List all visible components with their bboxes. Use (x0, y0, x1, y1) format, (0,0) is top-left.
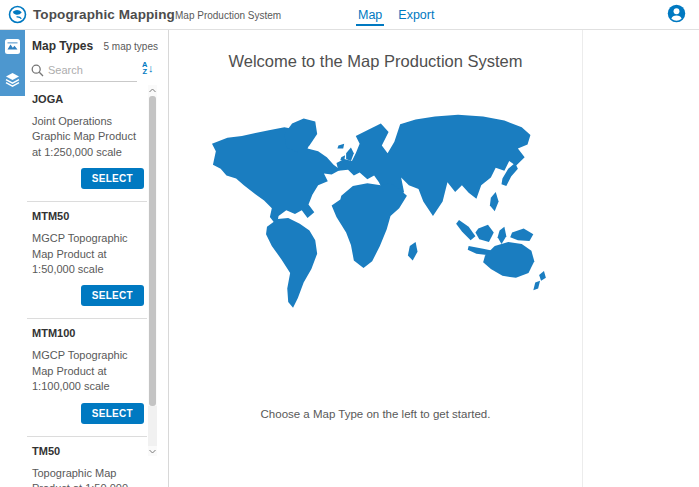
map-type-name: MTM100 (32, 327, 149, 339)
tab-map[interactable]: Map (358, 0, 382, 30)
select-button-joga[interactable]: SELECT (81, 168, 144, 189)
sort-az-button[interactable]: A Z ↓ (142, 58, 160, 78)
map-types-count: 5 map types (104, 41, 158, 52)
tab-export[interactable]: Export (398, 0, 434, 30)
map-types-sidebar: Map Types 5 map types A Z ↓ JOGA Joint O… (0, 30, 169, 487)
main-panel: Welcome to the Map Production System (169, 30, 583, 487)
scroll-down-icon[interactable] (148, 446, 157, 456)
map-production-app: Topographic Mapping Map Production Syste… (0, 0, 699, 487)
search-box (30, 60, 137, 82)
map-type-description: Joint Operations Graphic Map Product at … (32, 114, 144, 160)
sort-az-letters: A Z (142, 61, 147, 75)
search-icon (31, 64, 44, 77)
select-button-mtm100[interactable]: SELECT (81, 403, 144, 424)
list-scrollbar[interactable] (148, 85, 157, 456)
app-logo-globe-icon (8, 5, 27, 24)
map-type-description: MGCP Topographic Map Product at 1:100,00… (32, 348, 144, 394)
search-input[interactable] (48, 62, 134, 78)
map-type-name: MTM50 (32, 210, 149, 222)
scrollbar-thumb[interactable] (149, 96, 156, 406)
select-button-mtm50[interactable]: SELECT (81, 285, 144, 306)
map-types-tool-button[interactable] (0, 30, 25, 63)
app-title: Topographic Mapping (33, 7, 175, 22)
sort-arrow-icon: ↓ (148, 63, 154, 74)
map-type-description: MGCP Topographic Map Product at 1:50,000… (32, 231, 144, 277)
list-item-mtm100: MTM100 MGCP Topographic Map Product at 1… (25, 319, 149, 429)
map-type-description: Topographic Map Product at 1:50,000 scal… (32, 466, 144, 487)
scroll-up-icon[interactable] (148, 85, 157, 95)
sidebar-title: Map Types (32, 39, 93, 53)
map-type-name: JOGA (32, 93, 149, 105)
header-tabs: Map Export (358, 0, 434, 30)
app-subtitle: Map Production System (175, 10, 281, 21)
instruction-text: Choose a Map Type on the left to get sta… (169, 408, 582, 420)
map-types-icon (4, 38, 21, 55)
tool-strip (0, 30, 25, 96)
layers-tool-button[interactable] (0, 63, 25, 96)
scrollbar-track[interactable] (148, 406, 157, 446)
layers-icon (4, 71, 21, 88)
list-item-joga: JOGA Joint Operations Graphic Map Produc… (25, 85, 149, 195)
map-type-list: JOGA Joint Operations Graphic Map Produc… (25, 85, 149, 487)
map-type-name: TM50 (32, 445, 149, 457)
list-item-tm50: TM50 Topographic Map Product at 1:50,000… (25, 437, 149, 487)
list-item-mtm50: MTM50 MGCP Topographic Map Product at 1:… (25, 202, 149, 312)
user-avatar-icon[interactable] (667, 4, 686, 23)
app-header: Topographic Mapping Map Production Syste… (0, 0, 699, 30)
welcome-heading: Welcome to the Map Production System (169, 52, 582, 71)
world-map-image (184, 108, 570, 380)
